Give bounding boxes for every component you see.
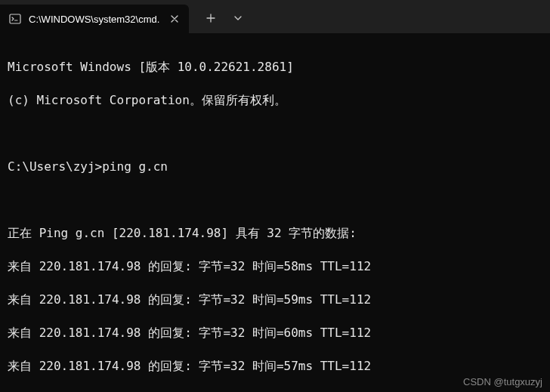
chevron-down-icon	[233, 14, 243, 23]
ping-reply: 来自 220.181.174.98 的回复: 字节=32 时间=60ms TTL…	[8, 325, 542, 341]
tab-actions	[189, 0, 251, 33]
title-bar: C:\WINDOWS\system32\cmd.	[0, 0, 550, 33]
new-tab-button[interactable]	[198, 5, 224, 32]
ping-header: 正在 Ping g.cn [220.181.174.98] 具有 32 字节的数…	[8, 225, 542, 242]
tab-close-button[interactable]	[168, 12, 181, 26]
plus-icon	[206, 14, 215, 23]
command-text: ping g.cn	[102, 159, 168, 174]
blank-line	[8, 125, 542, 142]
tab-title: C:\WINDOWS\system32\cmd.	[29, 14, 160, 25]
prompt-path: C:\Users\zyj>	[8, 159, 102, 174]
blank-line	[8, 192, 542, 208]
cmd-icon	[9, 13, 21, 25]
close-icon	[171, 15, 178, 23]
prompt-line-1: C:\Users\zyj>ping g.cn	[8, 159, 542, 175]
ping-reply: 来自 220.181.174.98 的回复: 字节=32 时间=58ms TTL…	[8, 258, 542, 275]
tab-cmd[interactable]: C:\WINDOWS\system32\cmd.	[0, 5, 189, 33]
ping-reply: 来自 220.181.174.98 的回复: 字节=32 时间=57ms TTL…	[8, 358, 542, 375]
banner-version: Microsoft Windows [版本 10.0.22621.2861]	[8, 59, 542, 76]
banner-copyright: (c) Microsoft Corporation。保留所有权利。	[8, 92, 542, 109]
ping-reply: 来自 220.181.174.98 的回复: 字节=32 时间=59ms TTL…	[8, 292, 542, 308]
terminal-output[interactable]: Microsoft Windows [版本 10.0.22621.2861] (…	[0, 33, 550, 392]
tab-dropdown-button[interactable]	[225, 5, 251, 32]
svg-rect-0	[10, 14, 20, 23]
watermark: CSDN @tutgxuzyj	[463, 376, 542, 387]
